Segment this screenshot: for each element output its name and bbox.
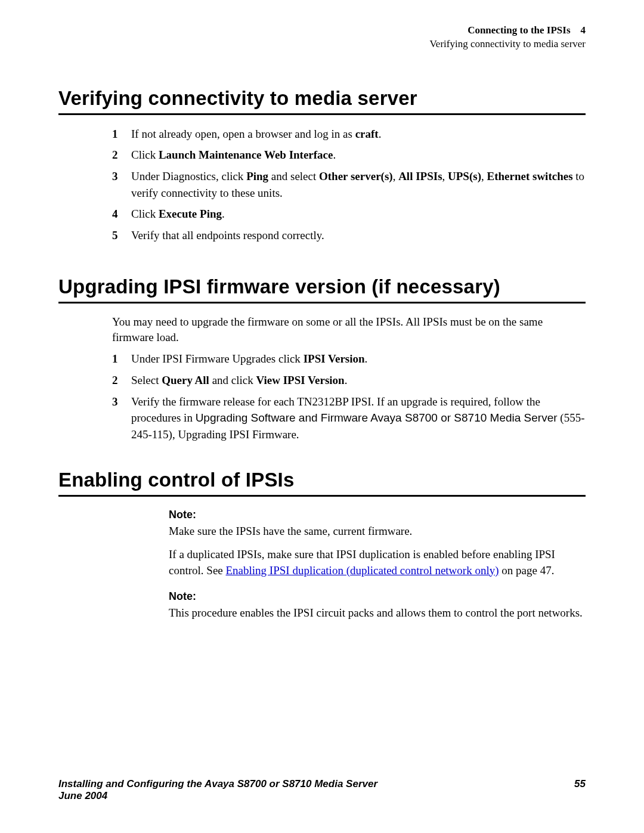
- header-chapnum: 4: [581, 24, 586, 36]
- section-rule: [58, 302, 586, 304]
- section-intro: You may need to upgrade the firmware on …: [112, 314, 586, 345]
- note-label: Note:: [169, 589, 586, 604]
- step-3: 3 Under Diagnostics, click Ping and sele…: [112, 168, 586, 201]
- link-enabling-ipsi-duplication[interactable]: Enabling IPSI duplication (duplicated co…: [226, 564, 499, 577]
- header-subtitle: Verifying connectivity to media server: [58, 38, 586, 51]
- step-5: 5 Verify that all endpoints respond corr…: [112, 227, 586, 244]
- step-3: 3 Verify the firmware release for each T…: [112, 394, 586, 443]
- step-2: 2 Select Query All and click View IPSI V…: [112, 372, 586, 389]
- page-footer: Installing and Configuring the Avaya S87…: [58, 778, 586, 802]
- page-body: Connecting to the IPSIs 4 Verifying conn…: [0, 0, 644, 621]
- note-block: Note: Make sure the IPSIs have the same,…: [169, 507, 586, 621]
- section-rule: [58, 495, 586, 497]
- section-title-enabling: Enabling control of IPSIs: [58, 469, 586, 491]
- note-body: If a duplicated IPSIs, make sure that IP…: [169, 547, 586, 578]
- page-header: Connecting to the IPSIs 4 Verifying conn…: [58, 24, 586, 51]
- header-chapter: Connecting to the IPSIs: [467, 24, 570, 36]
- step-1: 1 If not already open, open a browser an…: [112, 126, 586, 143]
- footer-title: Installing and Configuring the Avaya S87…: [58, 778, 377, 789]
- section-title-verifying: Verifying connectivity to media server: [58, 87, 586, 110]
- steps-upgrading: 1 Under IPSI Firmware Upgrades click IPS…: [112, 351, 586, 442]
- step-1: 1 Under IPSI Firmware Upgrades click IPS…: [112, 351, 586, 367]
- step-4: 4 Click Execute Ping.: [112, 206, 586, 222]
- section-rule: [58, 113, 586, 115]
- note-body: This procedure enables the IPSI circuit …: [169, 605, 586, 621]
- note-body: Make sure the IPSIs have the same, curre…: [169, 524, 586, 540]
- steps-verifying: 1 If not already open, open a browser an…: [112, 126, 586, 243]
- step-2: 2 Click Launch Maintenance Web Interface…: [112, 147, 586, 163]
- footer-left: Installing and Configuring the Avaya S87…: [58, 778, 377, 802]
- footer-page-number: 55: [574, 778, 586, 802]
- note-label: Note:: [169, 507, 586, 522]
- section-title-upgrading: Upgrading IPSI firmware version (if nece…: [58, 275, 586, 298]
- footer-date: June 2004: [58, 790, 377, 802]
